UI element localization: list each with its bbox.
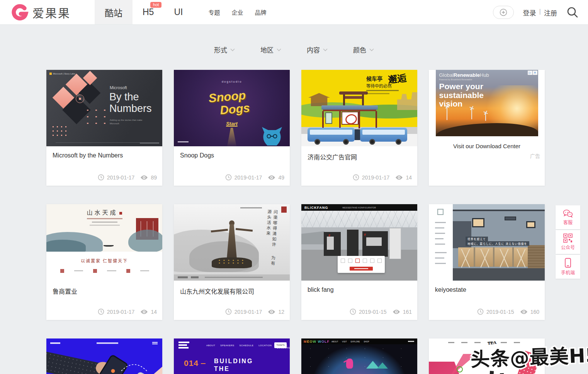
nav-item-topics[interactable]: 专题 [208,8,220,16]
nav-primary: 酷站 H5 hot UI [95,0,193,24]
configurator-button [350,267,373,271]
thumb-caption2: 地域に、暮らしに、人生に 消えない価値を [466,241,529,246]
shelter-screen [325,112,332,124]
login-link[interactable]: 登录 [523,8,536,17]
stand-panel-art [366,237,382,246]
card-title[interactable]: Microsoft by the Numbers [46,146,162,159]
thumb-brand: MEOW WOLF [304,340,330,344]
ad-link[interactable]: Visit our Download Center [429,143,545,149]
card-views: 160 [530,309,539,315]
widget-label: 客服 [563,219,573,225]
card-keiyoestate[interactable]: 境界を超えて 地域に、暮らしに、人生に 消えない価値を keiyoestate … [429,204,545,320]
eye-icon [520,309,528,315]
card-date: 2019-01-17 [107,174,135,181]
nav-item-ui-label: UI [174,7,183,17]
nav-item-h5[interactable]: H5 hot [133,0,164,24]
auth-links: 登录 | 注册 [523,8,557,17]
text-line-decor [366,93,389,94]
sidebar-nav-line [435,222,446,223]
card-phones-partial[interactable] [46,338,162,374]
statue-arm [236,228,253,232]
card-lushang[interactable]: 山水天成 以诚置家 仁智健天下 鲁商置业 2019-01-17 [46,204,162,320]
thumbnail-phones [46,338,162,374]
light-beam [227,128,236,146]
card-tea-partial[interactable]: ✳ TEA [429,338,545,374]
nav-item-enterprise[interactable]: 企业 [231,8,243,16]
filter-form[interactable]: 形式 [214,45,235,54]
stars [301,344,417,371]
filter-content[interactable]: 内容 [307,45,328,54]
card-title[interactable]: 济南公交广告官网 [301,146,417,161]
nav-item-coolsite-label: 酷站 [105,6,122,19]
chevron-down-icon [277,48,281,51]
card-title[interactable]: 山东九州文化发展有限公司 [174,281,290,296]
gold-fish-decor [217,259,246,264]
wind-turbine [471,108,472,119]
footer-strip [174,274,290,281]
mobile-widget[interactable]: 手机端 [556,255,580,279]
thumb-brand: Microsoft | Story Labs [49,73,75,75]
ad-image[interactable]: GlobalRenewableHub Powered by Brookfield… [436,70,538,136]
thumbnail-tea: ✳ TEA [429,338,545,374]
card-blickfang[interactable]: # # BLiCKFANG MESSESTAND KONFIGURATOR [301,204,417,320]
card-meta: 2019-01-15 161 [350,308,412,315]
thumb-title-line1: BUILDING [214,358,253,365]
search-icon[interactable] [566,6,579,19]
register-link[interactable]: 注册 [544,8,557,17]
nav-item-brand[interactable]: 品牌 [255,8,266,16]
ad-close-icon[interactable]: ✕ [533,71,537,75]
filter-region[interactable]: 地区 [260,45,281,54]
sidebar-nav-line [435,257,444,259]
ad-tag: 广告 [530,152,540,159]
card-title[interactable]: keiyoestate [429,281,545,293]
nav-item-h5-label: H5 [143,7,154,17]
card-meowwolf-partial[interactable]: MEOW WOLF ABOUT VISIT EXPLORE SHOP [301,338,417,374]
card-grid: Microsoft | Story Labs Microsoft By the … [46,70,545,374]
clock-icon [353,174,359,181]
card-title[interactable]: Snoop Dogs [174,146,290,159]
card-jiuzhou[interactable]: 问渠哪得清如许 为有源头活水来 山东九州文化发展有限公司 2019-01-17 … [174,204,290,320]
tickets-button: TICKETS [274,342,287,348]
card-meta: 2019-01-17 14 [98,308,157,315]
phone-number-decor [240,207,262,208]
adchoices-icon[interactable]: ▷ [528,71,532,75]
submit-site-button[interactable] [493,6,514,19]
official-account-widget[interactable]: 公众号 [556,230,580,254]
clock-icon [225,308,232,315]
card-future-partial[interactable]: ABOUT SPEAKERS SCHEDULE LOCATION FUTURE … [174,338,290,374]
ad-brand: GlobalRenewableHub [439,72,489,78]
nav-secondary: 专题 企业 品牌 [208,0,266,24]
calligraphy-verse: 问渠哪得清如许 为有源头活水来 [263,209,278,267]
card-title[interactable]: blick fang [301,281,417,293]
nav-item-ui[interactable]: UI [164,0,193,24]
nav-item-coolsite[interactable]: 酷站 [95,0,133,24]
customer-service-widget[interactable]: 客服 [556,205,580,229]
thumb-caption1: 境界を超えて [466,237,488,241]
filter-content-label: 内容 [307,45,320,54]
thumb-studio: dogstudio [174,80,290,83]
red-dot-band [505,351,540,374]
ad-headline: Power your sustainable vision [439,82,501,108]
header-right: 登录 | 注册 [493,0,579,25]
text-line-decor [90,225,120,226]
card-advertisement[interactable]: GlobalRenewableHub Powered by Brookfield… [429,70,545,186]
ink-boat [104,245,114,247]
logo[interactable]: 爱果果 [11,0,71,24]
page: 爱果果 酷站 H5 hot UI 专题 企业 品牌 [0,0,588,374]
wechat-icon [563,209,573,218]
card-meta: 2019-01-17 49 [225,174,284,181]
logo-g-icon [11,3,29,21]
ad-powered: Powered by Brookfield Renewable [439,78,472,81]
card-meta: 2019-01-17 14 [353,174,412,181]
card-microsoft[interactable]: Microsoft | Story Labs Microsoft By the … [46,70,162,186]
card-jinan-bus[interactable]: 候车亭 邂逅 等待中的必然 [301,70,417,186]
header: 爱果果 酷站 H5 hot UI 专题 企业 品牌 [0,0,588,25]
house-roofline [453,210,545,211]
filter-color[interactable]: 颜色 [353,45,374,54]
card-title[interactable]: 鲁商置业 [46,281,162,296]
card-views: 14 [406,174,412,181]
thumb-link-line [178,141,189,142]
card-views: 49 [278,174,284,181]
footer-columns-decor [60,268,149,276]
card-snoop-dogs[interactable]: dogstudio Snoop Dogs Start Snoop Dogs 20… [174,70,290,186]
